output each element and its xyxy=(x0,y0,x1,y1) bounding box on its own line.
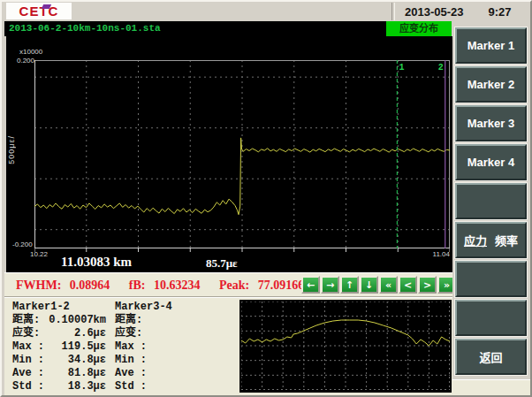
mode-badge: 应变分布 xyxy=(386,21,452,36)
y-axis-unit: 500με/ xyxy=(7,135,16,164)
stat-row: 应变:2.6με xyxy=(12,327,106,340)
stat-row: 距离:0.10007km xyxy=(12,314,106,327)
stat-row: Max : xyxy=(115,340,219,354)
stat-row: Std : xyxy=(115,380,219,393)
y-scale-multiplier: x10000 xyxy=(19,48,42,56)
marker4-button[interactable]: Marker 4 xyxy=(455,144,527,180)
fwhm-value: 0.08964 xyxy=(70,279,110,292)
peak-label: Peak: xyxy=(219,279,249,292)
cetc-logo: CETC xyxy=(6,3,72,19)
svg-text:2: 2 xyxy=(438,63,444,73)
fb-label: fB: xyxy=(129,279,146,292)
strain-chart-panel: x10000 0.200 -0.200 500με/ 12 10.22 11.0… xyxy=(6,36,452,272)
arrow-right-button[interactable]: → xyxy=(321,276,339,294)
marker34-header: Marker3-4 xyxy=(115,301,219,314)
arrow-left-button[interactable]: ← xyxy=(301,276,320,294)
stat-row: Ave :81.8με xyxy=(12,367,106,380)
instrument-window: CETC 2013-05-23 9:27 2013-06-2-10km-10ns… xyxy=(0,0,532,397)
top-bar: CETC 2013-05-23 9:27 xyxy=(2,2,530,21)
blank-softkey-3[interactable] xyxy=(455,300,527,336)
cursor-distance-readout: 11.03083 km xyxy=(61,255,132,270)
fb-value: 10.63234 xyxy=(154,279,201,292)
marker3-button[interactable]: Marker 3 xyxy=(455,105,527,141)
x-axis-start: 10.22 xyxy=(30,250,48,258)
stat-row: Ave : xyxy=(115,367,219,380)
measurement-results: FWHM: 0.08964 fB: 10.63234 Peak: 77.0916… xyxy=(16,279,309,293)
stat-row: 距离: xyxy=(115,314,219,327)
stress-option: 应力 xyxy=(464,232,487,248)
arrow-down-button[interactable]: ↓ xyxy=(360,276,378,294)
cursor-arrow-keys: ← → ↑ ↓ « < > » xyxy=(301,276,456,294)
date-label: 2013-05-23 xyxy=(405,5,464,19)
step-left-button[interactable]: < xyxy=(399,276,417,294)
blank-softkey-2[interactable] xyxy=(455,261,527,297)
back-button[interactable]: 返回 xyxy=(455,339,527,375)
stat-row: Max :119.5με xyxy=(12,340,106,354)
stat-row: Std :18.3με xyxy=(12,380,106,393)
datetime: 2013-05-23 9:27 xyxy=(401,2,530,21)
blank-softkey-1[interactable] xyxy=(455,183,527,219)
time-label: 9:27 xyxy=(489,5,512,19)
stat-row: Min : xyxy=(115,354,219,367)
filename-bar: 2013-06-2-10km-10ns-01.sta xyxy=(4,21,386,36)
softkey-sidebar: Marker 1 Marker 2 Marker 3 Marker 4 应力 频… xyxy=(452,21,530,395)
cursor-strain-readout: 85.7με xyxy=(206,256,238,271)
marker1-button[interactable]: Marker 1 xyxy=(455,27,527,64)
step-right-button[interactable]: > xyxy=(418,276,437,294)
bottom-panel: Marker1-2 距离:0.10007km 应变:2.6με Max :119… xyxy=(4,297,454,395)
frequency-option: 频率 xyxy=(495,232,518,248)
stat-row: Min :34.8με xyxy=(12,354,106,367)
fast-left-button[interactable]: « xyxy=(379,276,398,294)
marker34-stats: Marker3-4 距离: 应变: Max : Min : Ave : Std … xyxy=(115,301,219,393)
y-axis-min: -0.200 xyxy=(12,240,33,248)
marker12-header: Marker1-2 xyxy=(12,301,106,314)
fwhm-label: FWHM: xyxy=(16,279,61,292)
svg-text:1: 1 xyxy=(399,63,404,73)
marker12-stats: Marker1-2 距离:0.10007km 应变:2.6με Max :119… xyxy=(12,301,106,393)
sidebar-footer-strip xyxy=(452,379,530,396)
peak-value: 77.09166 xyxy=(258,279,305,292)
arrow-up-button[interactable]: ↑ xyxy=(340,276,359,294)
stat-row: 应变: xyxy=(115,327,219,340)
status-bar: FWHM: 0.08964 fB: 10.63234 Peak: 77.0916… xyxy=(4,272,454,297)
x-axis-end: 11.04 xyxy=(420,250,450,258)
y-axis-max: 0.200 xyxy=(17,57,34,65)
stress-frequency-toggle-button[interactable]: 应力 频率 xyxy=(455,222,527,258)
cetc-logo-text: CETC xyxy=(19,4,59,19)
datetime-divider xyxy=(391,3,395,20)
spectrum-mini-plot xyxy=(241,302,450,391)
marker2-button[interactable]: Marker 2 xyxy=(455,66,527,103)
spectrum-mini-chart xyxy=(239,300,452,393)
strain-chart-plot[interactable]: 12 xyxy=(34,60,450,253)
